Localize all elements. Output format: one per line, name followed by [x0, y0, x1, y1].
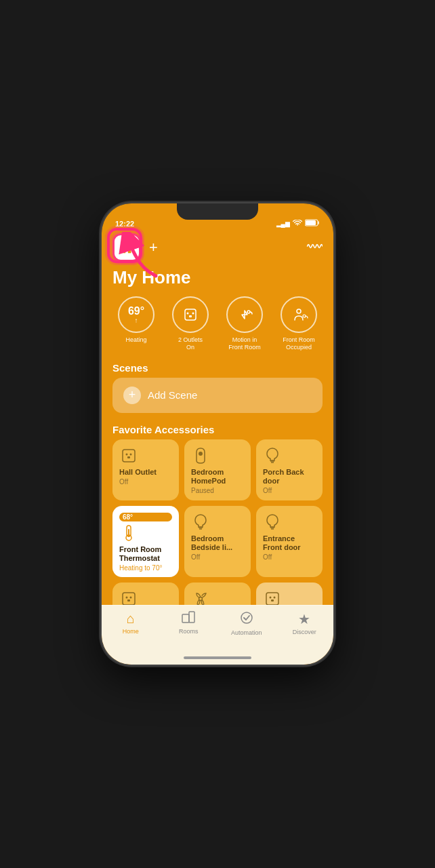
scenes-section-title: Scenes — [112, 358, 323, 378]
thermostat-status: Heating to 70° — [119, 564, 172, 572]
accessories-section-title: Favorite Accessories — [112, 420, 323, 439]
svg-point-34 — [241, 612, 252, 623]
rooms-svg-icon — [182, 611, 195, 623]
occupied-label: Front RoomOccupied — [283, 336, 315, 351]
svg-rect-26 — [127, 599, 130, 601]
svg-point-11 — [130, 453, 132, 455]
home-icon-button[interactable] — [112, 233, 141, 262]
thermometer-icon — [123, 524, 134, 542]
tile-entrance-front[interactable]: Entrance Front door Off — [256, 506, 323, 577]
svg-point-10 — [126, 453, 128, 455]
home-indicator-bar — [184, 656, 251, 659]
tile-hall-outlet-2[interactable] — [112, 583, 179, 605]
hall-outlet-name: Hall Outlet — [119, 468, 172, 477]
status-time: 12:22 — [115, 220, 134, 228]
tile-front-room-thermostat[interactable]: 68° Front Room Thermostat Heating to 70° — [112, 506, 179, 577]
svg-point-7 — [297, 309, 301, 313]
heating-temp-value: 69° — [128, 306, 144, 317]
battery-icon — [305, 219, 320, 228]
occupied-icon — [289, 305, 308, 324]
nav-automation-label: Automation — [231, 629, 262, 636]
nav-home-label: Home — [123, 628, 139, 635]
status-circle-motion[interactable]: Motion inFront Room — [221, 296, 268, 351]
nav-discover-label: Discover — [293, 629, 316, 635]
nav-home-icon: ⌂ — [127, 611, 135, 627]
nav-discover-icon: ★ — [298, 611, 310, 627]
tile-outlet-3[interactable] — [256, 583, 323, 605]
svg-point-4 — [192, 313, 194, 315]
outlet-icon-3 — [264, 591, 281, 605]
tile-hall-outlet[interactable]: Hall Outlet Off — [112, 439, 179, 500]
hall-outlet-icon — [119, 446, 138, 465]
outlet-icon-2 — [121, 591, 137, 605]
add-scene-label: Add Scene — [148, 389, 197, 401]
tile-porch-back[interactable]: Porch Back door Off — [256, 439, 323, 500]
nav-home[interactable]: ⌂ Home — [102, 611, 160, 635]
svg-point-27 — [199, 597, 203, 600]
nav-discover[interactable]: ★ Discover — [276, 611, 334, 635]
bedside-bulb-icon — [191, 513, 210, 532]
header: + — [112, 231, 323, 266]
svg-point-3 — [187, 313, 189, 315]
tile-bedroom-bedside[interactable]: Bedroom Bedside li... Off — [184, 506, 251, 577]
svg-rect-1 — [306, 220, 316, 225]
siri-button[interactable] — [306, 240, 323, 255]
bulb-icon-2 — [194, 513, 207, 531]
header-left: + — [112, 233, 158, 262]
svg-point-24 — [126, 596, 128, 598]
phone-frame: 12:22 ▂▄▆ — [102, 203, 333, 665]
speaker-icon — [194, 447, 207, 465]
motion-circle-icon — [226, 296, 263, 333]
heating-label: Heating — [125, 336, 146, 344]
motion-label: Motion inFront Room — [228, 336, 261, 351]
bulb-icon-3 — [266, 513, 278, 531]
house-icon — [119, 240, 134, 255]
fan-svg-icon — [192, 591, 209, 605]
thermostat-icon — [119, 524, 138, 542]
status-circles: 69° ↑ Heating 2 Outlet — [112, 294, 323, 358]
svg-rect-2 — [185, 309, 196, 320]
homepod-icon — [191, 446, 210, 465]
status-circle-outlets[interactable]: 2 OutletsOn — [167, 296, 214, 351]
svg-point-30 — [274, 596, 276, 598]
thermostat-temp-badge: 68° — [119, 513, 172, 521]
homepod-status: Paused — [191, 487, 244, 494]
occupied-circle-icon — [281, 296, 317, 333]
homepod-name: Bedroom HomePod — [191, 468, 244, 486]
main-content: + My Home — [102, 231, 333, 605]
add-button[interactable]: + — [149, 239, 158, 256]
porch-back-name: Porch Back door — [263, 468, 316, 486]
nav-rooms[interactable]: Rooms — [160, 611, 218, 635]
svg-point-25 — [130, 596, 132, 598]
outlets-icon — [181, 305, 200, 324]
nav-automation-icon — [240, 611, 253, 628]
add-scene-button[interactable]: + Add Scene — [112, 378, 323, 413]
tile-bedroom-homepod[interactable]: Bedroom HomePod Paused — [184, 439, 251, 500]
notch — [177, 203, 258, 220]
outlet-icon — [121, 448, 137, 464]
svg-rect-5 — [189, 315, 192, 317]
hall-outlet-status: Off — [119, 478, 172, 486]
svg-point-13 — [199, 452, 203, 456]
bedside-status: Off — [191, 553, 244, 561]
hall-outlet-2-icon — [119, 589, 138, 605]
porch-bulb-icon — [263, 446, 282, 465]
page-title: My Home — [112, 266, 323, 294]
automation-svg-icon — [240, 611, 253, 625]
entrance-bulb-icon — [263, 513, 282, 532]
heating-arrow: ↑ — [135, 317, 138, 324]
status-circle-occupied[interactable]: Front RoomOccupied — [275, 296, 323, 351]
svg-rect-32 — [182, 614, 189, 623]
accessories-grid: Hall Outlet Off Bedroom HomePod Paused — [112, 439, 323, 605]
status-circle-heating[interactable]: 69° ↑ Heating — [112, 296, 160, 351]
tile-fan[interactable] — [184, 583, 251, 605]
svg-rect-28 — [266, 593, 278, 605]
svg-rect-31 — [271, 599, 274, 601]
fan-icon — [191, 589, 210, 605]
bulb-icon — [266, 447, 278, 465]
home-indicator — [102, 651, 333, 665]
nav-rooms-icon — [182, 611, 195, 627]
wifi-icon — [293, 220, 302, 228]
outlets-circle-icon — [172, 296, 209, 333]
nav-automation[interactable]: Automation — [218, 611, 276, 636]
